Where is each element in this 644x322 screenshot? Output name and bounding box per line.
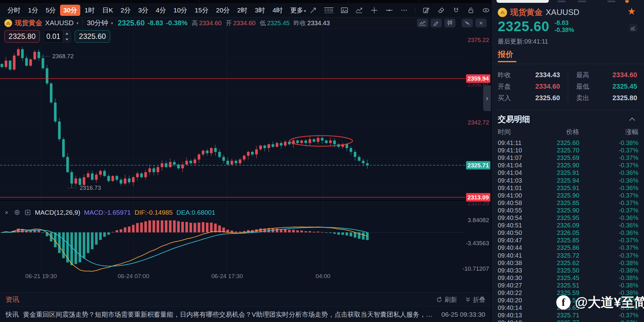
table-row: 09:40:412325.72-0.37% xyxy=(492,252,644,259)
timeframe-4时[interactable]: 4时 xyxy=(269,5,286,16)
prev-close-value: 2334.43 xyxy=(307,20,330,26)
timeframe-4分[interactable]: 4分 xyxy=(153,5,169,16)
trade-table: 09:41:112325.60-0.38%09:41:102325.70-0.3… xyxy=(492,0,644,322)
timeframe-2时[interactable]: 2时 xyxy=(234,5,251,16)
pencil-icon[interactable] xyxy=(431,19,442,27)
trend-line-icon[interactable] xyxy=(309,6,317,14)
timeframe-more[interactable]: 更多▾ xyxy=(287,5,309,16)
svg-text:06-24 07:00: 06-24 07:00 xyxy=(118,273,149,279)
timeframe-2分[interactable]: 2分 xyxy=(117,5,134,16)
refresh-button[interactable]: 刷新 xyxy=(436,296,457,304)
quantity-stepper: 0.01 xyxy=(44,30,71,43)
image-icon[interactable] xyxy=(340,6,348,14)
news-tag: 快讯 xyxy=(6,310,19,319)
more-tools-icon[interactable] xyxy=(400,6,408,14)
facebook-icon: f xyxy=(556,295,571,310)
table-row: 09:40:272325.51-0.38% xyxy=(492,282,644,289)
price-change: -8.83 xyxy=(147,19,163,27)
timeframe-分时[interactable]: 分时 xyxy=(4,5,24,16)
macd-expand-icon[interactable] xyxy=(24,209,31,216)
timeframe-3时[interactable]: 3时 xyxy=(252,5,268,16)
symbol-name[interactable]: 现货黄金 xyxy=(15,18,42,28)
timeframe-toolbar: 分时1分5分30分1时日K2分3分4分10分15分20分2时3时4时更多▾ 0.… xyxy=(0,3,491,17)
eraser-icon[interactable] xyxy=(437,6,445,14)
horizontal-line-icon[interactable] xyxy=(385,6,393,14)
low-label: 低2325.45 xyxy=(259,19,289,27)
drawing-toolbar: 0.618 xyxy=(309,6,505,14)
timeframe-list: 分时1分5分30分1时日K2分3分4分10分15分20分2时3时4时更多▾ xyxy=(4,5,309,16)
news-headline[interactable]: 黄金重回区间震荡走势？短期市场需要重新积蓄量能，日内将有哪些交易机会？V助理团实… xyxy=(23,310,435,319)
table-row: 09:40:552325.90-0.37% xyxy=(492,207,644,214)
table-row: 09:40:332325.50-0.38% xyxy=(492,267,644,274)
cross-icon[interactable] xyxy=(370,6,378,14)
svg-text:2359.94: 2359.94 xyxy=(468,75,489,82)
timeframe-30分[interactable]: 30分 xyxy=(60,5,80,16)
chart-header-icons: × xyxy=(417,19,487,27)
table-row: 09:41:032325.94-0.36% xyxy=(492,177,644,184)
toolbar-divider xyxy=(415,7,415,14)
svg-text:2342.72: 2342.72 xyxy=(468,119,489,126)
svg-text:2325.71: 2325.71 xyxy=(468,162,489,169)
svg-text:06-24 17:30: 06-24 17:30 xyxy=(211,273,243,279)
news-section-header: 资讯 刷新 折叠 xyxy=(0,292,491,306)
collapse-icon[interactable] xyxy=(462,19,473,27)
sell-price-button[interactable]: 2325.80 xyxy=(4,30,40,43)
timeframe-15分[interactable]: 15分 xyxy=(192,5,212,16)
fibonacci-icon[interactable]: 0.618 xyxy=(324,7,334,14)
timeframe-5分[interactable]: 5分 xyxy=(43,5,59,16)
symbol-dropdown-icon[interactable]: ▾ xyxy=(77,21,79,26)
symbol-header: 现货黄金 XAUUSD ▾ 30分钟 ▾ 2325.60 -8.83 -0.38… xyxy=(0,17,491,29)
collapse-button[interactable]: 折叠 xyxy=(465,296,485,304)
svg-text:06-21 19:30: 06-21 19:30 xyxy=(25,273,57,279)
edit-icon[interactable] xyxy=(422,6,430,14)
macd-close-icon[interactable]: × xyxy=(3,209,10,216)
interval-selector[interactable]: 30分钟 xyxy=(87,18,108,28)
svg-text:04:00: 04:00 xyxy=(315,273,330,279)
timeframe-10分[interactable]: 10分 xyxy=(170,5,190,16)
table-row: 09:41:112325.60-0.38% xyxy=(492,139,644,147)
prev-close-label: 昨收2334.43 xyxy=(294,19,330,27)
candlestick-chart[interactable]: 2375.222342.722368.722316.732356.912310.… xyxy=(0,29,491,279)
panel-expand-tab[interactable]: › xyxy=(483,86,491,111)
news-ticker: 快讯 黄金重回区间震荡走势？短期市场需要重新积蓄量能，日内将有哪些交易机会？V助… xyxy=(0,306,491,322)
table-row: 09:41:012325.91-0.36% xyxy=(492,184,644,192)
timeframe-3分[interactable]: 3分 xyxy=(135,5,152,16)
svg-text:-3.43563: -3.43563 xyxy=(466,240,489,246)
timeframe-1时[interactable]: 1时 xyxy=(82,5,98,16)
step-value[interactable]: 0.01 xyxy=(44,32,63,41)
eye-icon[interactable] xyxy=(482,6,490,14)
svg-text:-10.71207: -10.71207 xyxy=(462,265,489,272)
last-price: 2325.60 xyxy=(118,19,145,27)
chart-area: 2375.222342.722368.722316.732356.912310.… xyxy=(0,29,491,279)
table-row: 09:40:502326.05-0.36% xyxy=(492,229,644,237)
close-icon[interactable]: × xyxy=(475,19,487,27)
table-row: 09:40:102325.77-0.37% xyxy=(492,319,644,322)
table-row: 09:41:042325.91-0.36% xyxy=(492,169,644,177)
buy-price-button[interactable]: 2325.60 xyxy=(75,30,110,43)
candlestick-icon[interactable] xyxy=(444,19,455,27)
trading-app: 分时1分5分30分1时日K2分3分4分10分15分20分2时3时4时更多▾ 0.… xyxy=(0,0,644,322)
timeframe-1分[interactable]: 1分 xyxy=(25,5,41,16)
unlock-icon[interactable] xyxy=(467,6,475,14)
interval-dropdown-icon[interactable]: ▾ xyxy=(111,21,113,26)
news-title: 资讯 xyxy=(6,295,19,304)
curve-line-icon[interactable] xyxy=(355,6,363,14)
timeframe-日K[interactable]: 日K xyxy=(99,5,116,16)
step-down-icon[interactable] xyxy=(63,36,71,42)
table-row: 09:40:582325.85-0.37% xyxy=(492,199,644,207)
price-change-pct: -0.38% xyxy=(166,19,188,27)
macd-value: MACD:-1.65971 xyxy=(84,209,131,216)
table-row: 09:41:002325.90-0.37% xyxy=(492,192,644,199)
sparkline-icon[interactable] xyxy=(417,19,428,27)
open-value: 2334.60 xyxy=(233,20,255,26)
table-row: 09:41:102325.70-0.37% xyxy=(492,147,644,154)
step-up-icon[interactable] xyxy=(63,30,71,36)
table-row: 09:41:072325.69-0.37% xyxy=(492,154,644,162)
svg-text:2316.73: 2316.73 xyxy=(80,184,101,191)
macd-settings-icon[interactable] xyxy=(14,209,21,216)
dif-value: DIF:-0.14985 xyxy=(134,209,173,216)
symbol-code[interactable]: XAUUSD xyxy=(45,19,74,27)
magnet-icon[interactable] xyxy=(452,6,460,14)
watermark-handle: @大道¥至简 xyxy=(575,294,644,311)
timeframe-20分[interactable]: 20分 xyxy=(213,5,233,16)
